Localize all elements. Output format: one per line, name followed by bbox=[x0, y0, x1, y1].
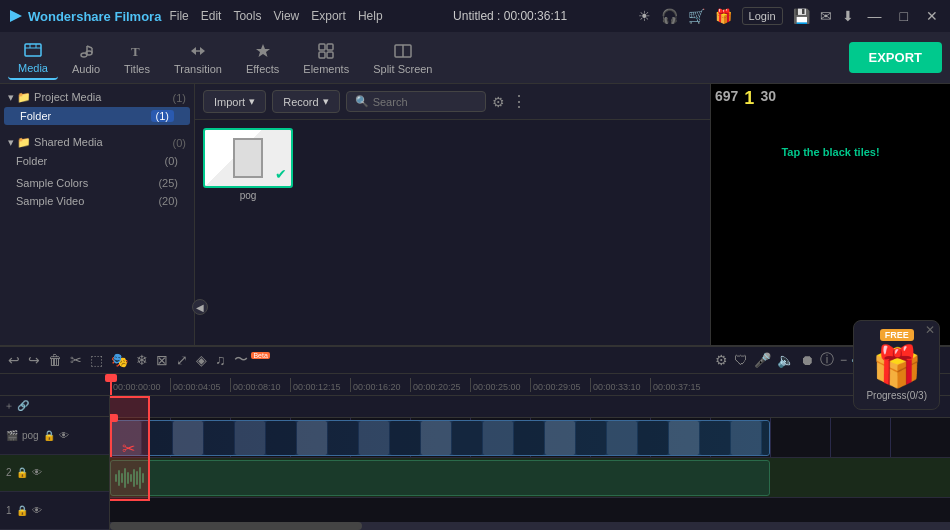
zoom-out-btn[interactable]: − bbox=[840, 353, 847, 367]
close-gift-btn[interactable]: ✕ bbox=[925, 323, 935, 337]
headphone-icon[interactable]: 🎧 bbox=[661, 8, 678, 24]
delete-btn[interactable]: 🗑 bbox=[48, 352, 62, 368]
ruler-mark-6: 00:00:25:00 bbox=[470, 378, 530, 392]
mic-icon[interactable]: 🎤 bbox=[754, 352, 771, 368]
video-icon: 🎬 bbox=[6, 430, 18, 441]
menu-tools[interactable]: Tools bbox=[233, 9, 261, 23]
project-media-count: (1) bbox=[173, 92, 186, 104]
gift-popup: ✕ FREE 🎁 Progress(0/3) bbox=[853, 320, 940, 410]
speed-btn[interactable]: 🎭 bbox=[111, 352, 128, 368]
add-track-btn[interactable]: ＋ bbox=[4, 399, 14, 413]
track-labels: ＋ 🔗 🎬 pog 🔒 👁 2 🔒 👁 1 🔒 👁 bbox=[0, 396, 110, 530]
close-btn[interactable]: ✕ bbox=[922, 8, 942, 24]
sample-colors-item[interactable]: Sample Colors (25) bbox=[0, 174, 194, 192]
tab-effects[interactable]: Effects bbox=[236, 37, 289, 79]
save-icon[interactable]: 💾 bbox=[793, 8, 810, 24]
undo-btn[interactable]: ↩ bbox=[8, 352, 20, 368]
track3-eye[interactable]: 👁 bbox=[32, 505, 42, 516]
tab-audio[interactable]: Audio bbox=[62, 37, 110, 79]
cut-indicator: ✂ bbox=[110, 396, 150, 501]
search-input[interactable] bbox=[373, 96, 477, 108]
import-label: Import bbox=[214, 96, 245, 108]
playhead[interactable] bbox=[110, 418, 112, 457]
settings-icon[interactable]: ⚙ bbox=[715, 352, 728, 368]
titlebar-left: Wondershare Filmora File Edit Tools View… bbox=[8, 8, 383, 24]
maximize-btn[interactable]: □ bbox=[896, 8, 912, 24]
sample-video-label: Sample Video bbox=[16, 195, 84, 207]
folder-item-active[interactable]: Folder (1) bbox=[4, 107, 190, 125]
menu-help[interactable]: Help bbox=[358, 9, 383, 23]
color-btn[interactable]: ◈ bbox=[196, 352, 207, 368]
menu-export[interactable]: Export bbox=[311, 9, 346, 23]
media-thumbnail: 16 ⊞ ✔ bbox=[203, 128, 293, 188]
svg-marker-9 bbox=[256, 44, 270, 57]
panel-collapse-btn[interactable]: ◀ bbox=[192, 299, 208, 315]
crop-btn[interactable]: ⬚ bbox=[90, 352, 103, 368]
shared-folder-item[interactable]: Folder (0) bbox=[0, 152, 194, 170]
menu-view[interactable]: View bbox=[273, 9, 299, 23]
audio-btn[interactable]: ♫ bbox=[215, 352, 226, 368]
scrollbar-thumb[interactable] bbox=[110, 522, 362, 530]
menu-file[interactable]: File bbox=[169, 9, 188, 23]
filter-icon[interactable]: ⚙ bbox=[492, 94, 505, 110]
tab-split-screen-label: Split Screen bbox=[373, 63, 432, 75]
export-button[interactable]: EXPORT bbox=[849, 42, 942, 73]
sun-icon[interactable]: ☀ bbox=[638, 8, 651, 24]
main-toolbar: Media Audio T Titles Transition Effects bbox=[0, 32, 950, 84]
tab-split-screen[interactable]: Split Screen bbox=[363, 37, 442, 79]
freeze-btn[interactable]: ❄ bbox=[136, 352, 148, 368]
search-bar[interactable]: 🔍 bbox=[346, 91, 486, 112]
speaker-icon[interactable]: 🔈 bbox=[777, 352, 794, 368]
eye-icon[interactable]: 👁 bbox=[59, 430, 69, 441]
preview-score: 697 1 30 bbox=[715, 88, 776, 109]
link-btn[interactable]: 🔗 bbox=[17, 400, 29, 411]
tab-elements[interactable]: Elements bbox=[293, 37, 359, 79]
shared-folder-label: Folder bbox=[16, 155, 47, 167]
track2-eye[interactable]: 👁 bbox=[32, 467, 42, 478]
record-icon[interactable]: ⏺ bbox=[800, 352, 814, 368]
shared-media-header[interactable]: ▾ 📁 Shared Media (0) bbox=[0, 133, 194, 152]
info-icon[interactable]: ⓘ bbox=[820, 351, 834, 369]
tab-titles[interactable]: T Titles bbox=[114, 37, 160, 79]
track3-label: 1 🔒 👁 bbox=[0, 492, 109, 530]
svg-rect-11 bbox=[327, 44, 333, 50]
minimize-btn[interactable]: — bbox=[864, 8, 886, 24]
grid-icon[interactable]: ⋮ bbox=[511, 92, 527, 111]
track3-lock[interactable]: 🔒 bbox=[16, 505, 28, 516]
record-label: Record bbox=[283, 96, 318, 108]
timeline-scrollbar[interactable] bbox=[110, 522, 950, 530]
record-chevron: ▾ bbox=[323, 95, 329, 108]
menu-edit[interactable]: Edit bbox=[201, 9, 222, 23]
tab-transition[interactable]: Transition bbox=[164, 37, 232, 79]
track3-number: 1 bbox=[6, 505, 12, 516]
media-item-pog[interactable]: 16 ⊞ ✔ pog bbox=[203, 128, 293, 201]
cut-btn[interactable]: ✂ bbox=[70, 352, 82, 368]
waveform-btn[interactable]: 〜 Beta bbox=[234, 351, 270, 369]
main-area: ▾ 📁 Project Media (1) Folder (1) ▾ 📁 Sha… bbox=[0, 84, 950, 530]
audio-track-row bbox=[110, 458, 950, 498]
media-grid: 16 ⊞ ✔ pog bbox=[195, 120, 710, 209]
tab-media[interactable]: Media bbox=[8, 36, 58, 80]
shield-icon[interactable]: 🛡 bbox=[734, 352, 748, 368]
cart-icon[interactable]: 🛒 bbox=[688, 8, 705, 24]
sample-colors-label: Sample Colors bbox=[16, 177, 88, 189]
login-btn[interactable]: Login bbox=[742, 7, 783, 25]
video-clip[interactable] bbox=[110, 420, 770, 456]
track2-lock[interactable]: 🔒 bbox=[16, 467, 28, 478]
shared-folder-count: (0) bbox=[165, 155, 178, 167]
crop-tool[interactable]: ⊠ bbox=[156, 352, 168, 368]
lock-icon[interactable]: 🔒 bbox=[43, 430, 55, 441]
gift-icon-header[interactable]: 🎁 bbox=[715, 8, 732, 24]
download-icon[interactable]: ⬇ bbox=[842, 8, 854, 24]
sample-colors-count: (25) bbox=[158, 177, 178, 189]
redo-btn[interactable]: ↪ bbox=[28, 352, 40, 368]
import-button[interactable]: Import ▾ bbox=[203, 90, 266, 113]
ruler-mark-7: 00:00:29:05 bbox=[530, 378, 590, 392]
project-media-header[interactable]: ▾ 📁 Project Media (1) bbox=[0, 88, 194, 107]
playhead-handle[interactable] bbox=[110, 414, 118, 422]
transform-btn[interactable]: ⤢ bbox=[176, 352, 188, 368]
record-button[interactable]: Record ▾ bbox=[272, 90, 339, 113]
mail-icon[interactable]: ✉ bbox=[820, 8, 832, 24]
audio-clip[interactable] bbox=[110, 460, 770, 496]
sample-video-item[interactable]: Sample Video (20) bbox=[0, 192, 194, 210]
